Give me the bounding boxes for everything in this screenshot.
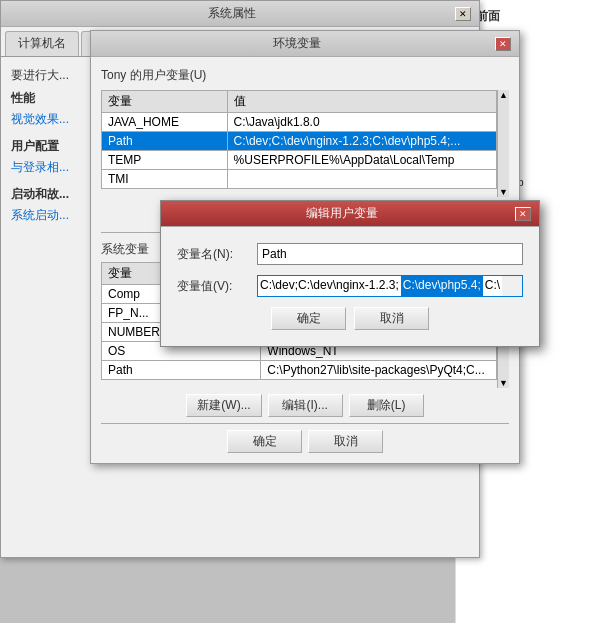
env-ok-cancel-buttons: 确定 取消 (101, 430, 509, 453)
tab-computer-name[interactable]: 计算机名 (5, 31, 79, 56)
env-titlebar: 环境变量 ✕ (91, 31, 519, 57)
env-ok-btn[interactable]: 确定 (227, 430, 302, 453)
edit-cancel-btn[interactable]: 取消 (354, 307, 429, 330)
var-val-cell: C:\Java\jdk1.8.0 (227, 113, 496, 132)
table-row[interactable]: Path C:\Python27\lib\site-packages\PyQt4… (102, 361, 497, 380)
var-name-cell: TEMP (102, 151, 228, 170)
edit-content: 变量名(N): 变量值(V): C:\dev;C:\dev\nginx-1.2.… (161, 227, 539, 346)
sys-scroll-down-btn[interactable]: ▼ (499, 378, 508, 388)
user-vars-scrollbar[interactable]: ▲ ▼ (497, 90, 509, 197)
sys-props-title: 系统属性 (9, 5, 455, 22)
user-vars-table-wrapper: 变量 值 JAVA_HOME C:\Java\jdk1.8.0 Path C:\… (101, 90, 497, 197)
edit-close-btn[interactable]: ✕ (515, 207, 531, 221)
env-close-btn[interactable]: ✕ (495, 37, 511, 51)
sys-props-controls[interactable]: ✕ (455, 7, 471, 21)
sys-vars-buttons: 新建(W)... 编辑(I)... 删除(L) (101, 394, 509, 417)
env-controls[interactable]: ✕ (495, 37, 511, 51)
blog-heading: 在前面 (464, 8, 602, 25)
col-var-header: 变量 (102, 91, 228, 113)
env-title: 环境变量 (99, 35, 495, 52)
edit-buttons: 确定 取消 (177, 307, 523, 330)
sys-props-close-btn[interactable]: ✕ (455, 7, 471, 21)
var-name-label: 变量名(N): (177, 246, 257, 263)
var-name-cell: Path (102, 132, 228, 151)
value-post: C:\ (483, 276, 502, 296)
edit-title: 编辑用户变量 (169, 205, 515, 222)
new-sys-var-btn[interactable]: 新建(W)... (186, 394, 261, 417)
var-name-row: 变量名(N): (177, 243, 523, 265)
scroll-up-btn[interactable]: ▲ (499, 90, 508, 100)
user-vars-table-container: 变量 值 JAVA_HOME C:\Java\jdk1.8.0 Path C:\… (101, 90, 509, 197)
edit-sys-var-btn[interactable]: 编辑(I)... (268, 394, 343, 417)
table-row[interactable]: Path C:\dev;C:\dev\nginx-1.2.3;C:\dev\ph… (102, 132, 497, 151)
table-row[interactable]: TMI (102, 170, 497, 189)
table-row[interactable]: JAVA_HOME C:\Java\jdk1.8.0 (102, 113, 497, 132)
delete-sys-var-btn[interactable]: 删除(L) (349, 394, 424, 417)
divider2 (101, 423, 509, 424)
var-val-cell: %USERPROFILE%\AppData\Local\Temp (227, 151, 496, 170)
user-vars-label: Tony 的用户变量(U) (101, 67, 509, 84)
sys-props-titlebar: 系统属性 ✕ (1, 1, 479, 27)
var-value-label: 变量值(V): (177, 278, 257, 295)
col-val-header: 值 (227, 91, 496, 113)
edit-ok-btn[interactable]: 确定 (271, 307, 346, 330)
var-val-cell (227, 170, 496, 189)
user-vars-table: 变量 值 JAVA_HOME C:\Java\jdk1.8.0 Path C:\… (101, 90, 497, 189)
var-name-input[interactable] (257, 243, 523, 265)
var-value-row: 变量值(V): C:\dev;C:\dev\nginx-1.2.3; C:\de… (177, 275, 523, 297)
edit-titlebar: 编辑用户变量 ✕ (161, 201, 539, 227)
sys-var-name: Path (102, 361, 261, 380)
env-cancel-btn[interactable]: 取消 (308, 430, 383, 453)
value-pre: C:\dev;C:\dev\nginx-1.2.3; (258, 276, 401, 296)
table-row[interactable]: TEMP %USERPROFILE%\AppData\Local\Temp (102, 151, 497, 170)
edit-dialog: 编辑用户变量 ✕ 变量名(N): 变量值(V): C:\dev;C:\dev\n… (160, 200, 540, 347)
var-val-cell: C:\dev;C:\dev\nginx-1.2.3;C:\dev\php5.4;… (227, 132, 496, 151)
edit-controls[interactable]: ✕ (515, 207, 531, 221)
scroll-down-btn[interactable]: ▼ (499, 187, 508, 197)
var-name-cell: JAVA_HOME (102, 113, 228, 132)
sys-var-val: C:\Python27\lib\site-packages\PyQt4;C... (261, 361, 497, 380)
var-name-cell: TMI (102, 170, 228, 189)
value-selected: C:\dev\php5.4; (401, 276, 483, 296)
var-value-input[interactable]: C:\dev;C:\dev\nginx-1.2.3; C:\dev\php5.4… (257, 275, 523, 297)
